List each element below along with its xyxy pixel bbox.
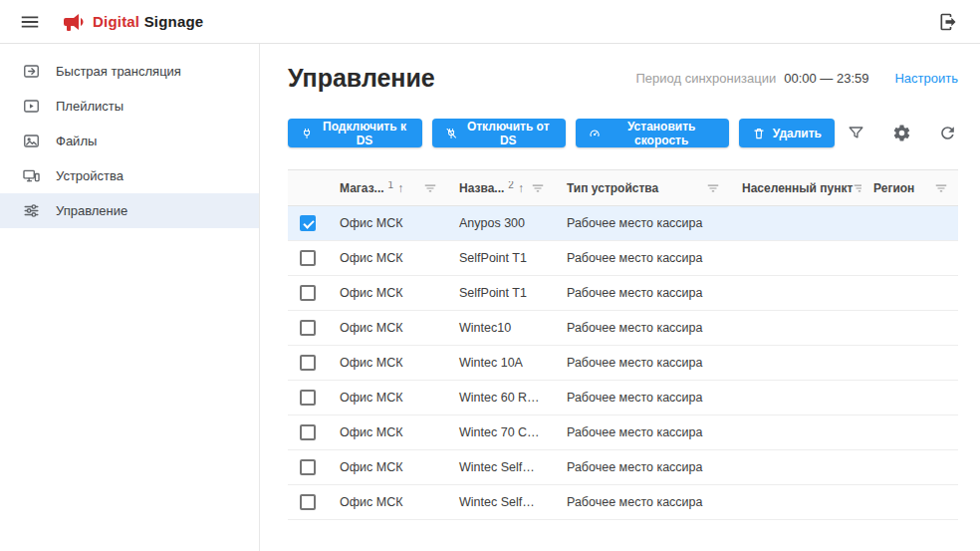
sidebar-item-label: Плейлисты [56, 99, 123, 114]
sync-period-label: Период синхронизации [635, 71, 776, 86]
cell-name: SelfPoint T1 [447, 251, 555, 265]
settings-button[interactable] [890, 123, 912, 144]
cell-type: Рабочее место кассира [555, 495, 730, 509]
files-icon [21, 132, 41, 151]
cell-name: Wintec 10A [447, 356, 555, 370]
disconnect-from-ds-button[interactable]: Отключить от DS [432, 119, 566, 147]
refresh-icon [938, 124, 957, 142]
sort-control-store[interactable]: Магаз... 1 ↑ [340, 181, 403, 195]
column-filter-icon[interactable] [531, 181, 545, 195]
quick-broadcast-icon [21, 62, 41, 82]
row-checkbox[interactable] [300, 320, 316, 336]
table-row[interactable]: Офис МСК Wintec 60 RFID Рабочее место ка… [288, 381, 958, 415]
sidebar-item-files[interactable]: Файлы [0, 124, 259, 158]
cell-name: Wintec SelfPos … [447, 460, 555, 474]
table-row[interactable]: Офис МСК SelfPoint T1 Рабочее место касс… [288, 276, 958, 311]
table-row[interactable]: Офис МСК SelfPoint T1 Рабочее место касс… [288, 241, 958, 276]
cell-store: Офис МСК [328, 286, 447, 300]
playlists-icon [21, 97, 41, 117]
cell-name: Anypos 300 [447, 216, 555, 230]
hamburger-icon [19, 11, 41, 33]
column-header-city: Населенный пункт [730, 181, 861, 195]
page-title: Управление [288, 64, 435, 93]
table-row[interactable]: Офис МСК Wintec SelfPos … Рабочее место … [288, 485, 958, 520]
row-checkbox[interactable] [300, 215, 316, 231]
toolbar: Подключить к DS Отключить от DS Установи… [288, 119, 958, 147]
column-filter-icon[interactable] [423, 181, 437, 195]
row-checkbox[interactable] [300, 424, 316, 440]
management-icon [21, 201, 41, 221]
sync-period-value: 00:00 — 23:59 [784, 71, 868, 86]
cell-name: Wintec 60 RFID [447, 391, 555, 405]
sidebar-item-label: Файлы [56, 134, 97, 148]
plug-off-icon [445, 127, 457, 140]
row-checkbox[interactable] [300, 459, 316, 475]
sort-control-name[interactable]: Назва... 2 ↑ [459, 181, 524, 195]
sidebar: Быстрая трансляция Плейлисты Файлы Устро… [0, 44, 260, 551]
devices-icon [21, 166, 41, 186]
logout-icon [938, 12, 958, 32]
row-checkbox[interactable] [300, 250, 316, 266]
cell-type: Рабочее место кассира [555, 286, 730, 300]
speed-gauge-icon [589, 127, 601, 140]
sort-arrow-icon: ↑ [518, 181, 524, 195]
column-header-store: Магаз... 1 ↑ [328, 181, 447, 195]
cell-store: Офис МСК [328, 460, 447, 474]
sort-control-city[interactable]: Населенный пункт [742, 181, 853, 195]
column-header-region: Регион [861, 181, 958, 195]
sidebar-item-label: Быстрая трансляция [56, 64, 181, 79]
cell-store: Офис МСК [328, 391, 447, 405]
column-header-type: Тип устройства [555, 181, 730, 195]
cell-name: Wintec SelfPos … [447, 495, 555, 509]
cell-store: Офис МСК [328, 495, 447, 509]
sidebar-item-label: Устройства [56, 168, 123, 183]
row-checkbox[interactable] [300, 355, 316, 371]
set-speed-button[interactable]: Установить скорость [576, 119, 729, 147]
cell-name: Wintec10 [447, 321, 555, 335]
hamburger-menu-button[interactable] [16, 8, 44, 36]
delete-button[interactable]: Удалить [739, 119, 835, 147]
column-filter-icon[interactable] [706, 181, 720, 195]
row-checkbox[interactable] [300, 285, 316, 301]
cell-name: Wintec 70 CAFE [447, 425, 555, 439]
configure-sync-link[interactable]: Настроить [894, 71, 958, 86]
connect-to-ds-button[interactable]: Подключить к DS [288, 119, 422, 147]
cell-type: Рабочее место кассира [555, 251, 730, 265]
cell-store: Офис МСК [328, 356, 447, 370]
table-row[interactable]: Офис МСК Wintec 10A Рабочее место кассир… [288, 346, 958, 381]
column-filter-icon[interactable] [934, 181, 948, 195]
sort-arrow-icon: ↑ [397, 181, 403, 195]
table-header-row: Магаз... 1 ↑ Назва... 2 ↑ [288, 169, 958, 206]
row-checkbox[interactable] [300, 390, 316, 406]
cell-type: Рабочее место кассира [555, 321, 730, 335]
column-filter-icon[interactable] [853, 181, 861, 195]
sidebar-item-management[interactable]: Управление [0, 193, 259, 228]
table-row[interactable]: Офис МСК Wintec10 Рабочее место кассира [288, 311, 958, 346]
sidebar-item-playlists[interactable]: Плейлисты [0, 89, 259, 124]
sort-control-region[interactable]: Регион [873, 181, 914, 195]
cell-name: SelfPoint T1 [447, 286, 555, 300]
logout-button[interactable] [934, 8, 962, 36]
gear-icon [892, 124, 911, 142]
sort-control-type[interactable]: Тип устройства [567, 181, 658, 195]
funnel-icon [847, 124, 865, 142]
table-row[interactable]: Офис МСК Wintec 70 CAFE Рабочее место ка… [288, 415, 958, 450]
refresh-button[interactable] [936, 123, 958, 144]
sidebar-item-label: Управление [56, 203, 127, 218]
sidebar-item-quick-broadcast[interactable]: Быстрая трансляция [0, 54, 259, 89]
topbar: Digital Signage [0, 0, 980, 44]
filter-button[interactable] [845, 123, 866, 144]
cell-type: Рабочее место кассира [555, 391, 730, 405]
cell-store: Офис МСК [328, 251, 447, 265]
brand-logo-icon [62, 10, 86, 34]
row-checkbox[interactable] [300, 494, 316, 510]
table-row[interactable]: Офис МСК Wintec SelfPos … Рабочее место … [288, 450, 958, 485]
trash-icon [752, 127, 766, 140]
sidebar-item-devices[interactable]: Устройства [0, 158, 259, 193]
table-row[interactable]: Офис МСК Anypos 300 Рабочее место кассир… [288, 206, 958, 241]
cell-type: Рабочее место кассира [555, 216, 730, 230]
cell-type: Рабочее место кассира [555, 425, 730, 439]
brand-title: Digital Signage [93, 13, 203, 30]
column-header-name: Назва... 2 ↑ [447, 181, 555, 195]
cell-type: Рабочее место кассира [555, 460, 730, 474]
